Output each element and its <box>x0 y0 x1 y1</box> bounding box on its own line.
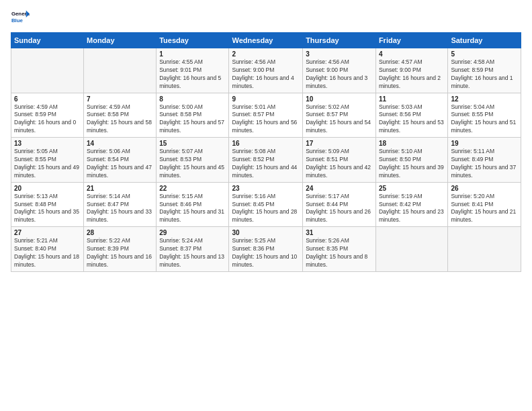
calendar-cell: 29Sunrise: 5:24 AM Sunset: 8:37 PM Dayli… <box>157 227 229 272</box>
day-number: 4 <box>379 50 445 58</box>
calendar-cell <box>84 48 157 93</box>
calendar-cell: 2Sunrise: 4:56 AM Sunset: 9:00 PM Daylig… <box>229 48 303 93</box>
calendar-week-row: 6Sunrise: 4:59 AM Sunset: 8:59 PM Daylig… <box>11 93 521 138</box>
day-number: 16 <box>232 140 300 147</box>
calendar-week-row: 13Sunrise: 5:05 AM Sunset: 8:55 PM Dayli… <box>11 138 521 183</box>
day-info: Sunrise: 5:07 AM Sunset: 8:53 PM Dayligh… <box>159 148 226 180</box>
weekday-header: Thursday <box>303 33 376 48</box>
calendar-cell: 30Sunrise: 5:25 AM Sunset: 8:36 PM Dayli… <box>229 227 303 272</box>
calendar-week-row: 1Sunrise: 4:55 AM Sunset: 9:01 PM Daylig… <box>11 48 521 93</box>
day-number: 25 <box>379 185 445 192</box>
day-info: Sunrise: 5:02 AM Sunset: 8:57 PM Dayligh… <box>306 103 373 136</box>
calendar-cell: 24Sunrise: 5:17 AM Sunset: 8:44 PM Dayli… <box>303 182 376 227</box>
weekday-header: Monday <box>84 33 157 48</box>
calendar-cell: 26Sunrise: 5:20 AM Sunset: 8:41 PM Dayli… <box>448 182 521 227</box>
logo-icon: General Blue <box>11 8 30 27</box>
day-info: Sunrise: 4:58 AM Sunset: 8:59 PM Dayligh… <box>451 58 518 91</box>
day-info: Sunrise: 5:08 AM Sunset: 8:52 PM Dayligh… <box>232 148 300 180</box>
day-number: 26 <box>451 185 518 192</box>
day-number: 2 <box>232 50 300 58</box>
calendar-cell: 19Sunrise: 5:11 AM Sunset: 8:49 PM Dayli… <box>448 138 521 183</box>
day-number: 3 <box>306 50 373 58</box>
day-info: Sunrise: 5:11 AM Sunset: 8:49 PM Dayligh… <box>451 148 518 180</box>
svg-text:Blue: Blue <box>11 17 24 24</box>
calendar-cell: 31Sunrise: 5:26 AM Sunset: 8:35 PM Dayli… <box>303 227 376 272</box>
day-info: Sunrise: 5:26 AM Sunset: 8:35 PM Dayligh… <box>306 237 373 269</box>
day-info: Sunrise: 5:03 AM Sunset: 8:56 PM Dayligh… <box>379 103 445 136</box>
calendar-table: SundayMondayTuesdayWednesdayThursdayFrid… <box>11 32 521 272</box>
day-info: Sunrise: 5:17 AM Sunset: 8:44 PM Dayligh… <box>306 193 373 225</box>
header: General Blue <box>11 8 521 27</box>
day-number: 31 <box>306 229 373 236</box>
day-info: Sunrise: 4:56 AM Sunset: 9:00 PM Dayligh… <box>232 58 300 91</box>
calendar-cell <box>375 227 447 272</box>
day-info: Sunrise: 5:04 AM Sunset: 8:55 PM Dayligh… <box>451 103 518 136</box>
calendar-cell: 12Sunrise: 5:04 AM Sunset: 8:55 PM Dayli… <box>448 93 521 138</box>
day-number: 11 <box>379 95 445 103</box>
day-number: 17 <box>306 140 373 147</box>
day-info: Sunrise: 5:16 AM Sunset: 8:45 PM Dayligh… <box>232 193 300 225</box>
day-number: 6 <box>14 95 81 103</box>
day-number: 23 <box>232 185 300 192</box>
day-info: Sunrise: 4:59 AM Sunset: 8:59 PM Dayligh… <box>14 103 81 136</box>
day-info: Sunrise: 4:55 AM Sunset: 9:01 PM Dayligh… <box>159 58 226 91</box>
calendar-cell: 4Sunrise: 4:57 AM Sunset: 9:00 PM Daylig… <box>375 48 447 93</box>
day-info: Sunrise: 5:14 AM Sunset: 8:47 PM Dayligh… <box>87 193 153 225</box>
day-info: Sunrise: 5:05 AM Sunset: 8:55 PM Dayligh… <box>14 148 81 180</box>
calendar-cell: 9Sunrise: 5:01 AM Sunset: 8:57 PM Daylig… <box>229 93 303 138</box>
calendar-cell: 28Sunrise: 5:22 AM Sunset: 8:39 PM Dayli… <box>84 227 157 272</box>
day-number: 7 <box>87 95 153 103</box>
day-number: 30 <box>232 229 300 236</box>
day-number: 21 <box>87 185 153 192</box>
weekday-header: Sunday <box>11 33 84 48</box>
calendar-cell: 6Sunrise: 4:59 AM Sunset: 8:59 PM Daylig… <box>11 93 84 138</box>
weekday-header: Wednesday <box>229 33 303 48</box>
day-number: 29 <box>159 229 226 236</box>
day-info: Sunrise: 5:09 AM Sunset: 8:51 PM Dayligh… <box>306 148 373 180</box>
day-number: 28 <box>87 229 153 236</box>
day-info: Sunrise: 4:59 AM Sunset: 8:58 PM Dayligh… <box>87 103 153 136</box>
calendar-cell: 14Sunrise: 5:06 AM Sunset: 8:54 PM Dayli… <box>84 138 157 183</box>
calendar-cell: 22Sunrise: 5:15 AM Sunset: 8:46 PM Dayli… <box>157 182 229 227</box>
day-info: Sunrise: 5:19 AM Sunset: 8:42 PM Dayligh… <box>379 193 445 225</box>
day-number: 20 <box>14 185 81 192</box>
day-info: Sunrise: 5:06 AM Sunset: 8:54 PM Dayligh… <box>87 148 153 180</box>
day-info: Sunrise: 5:25 AM Sunset: 8:36 PM Dayligh… <box>232 237 300 269</box>
calendar-cell: 5Sunrise: 4:58 AM Sunset: 8:59 PM Daylig… <box>448 48 521 93</box>
calendar-week-row: 27Sunrise: 5:21 AM Sunset: 8:40 PM Dayli… <box>11 227 521 272</box>
calendar-cell: 1Sunrise: 4:55 AM Sunset: 9:01 PM Daylig… <box>157 48 229 93</box>
calendar-cell: 13Sunrise: 5:05 AM Sunset: 8:55 PM Dayli… <box>11 138 84 183</box>
day-number: 12 <box>451 95 518 103</box>
calendar-cell: 8Sunrise: 5:00 AM Sunset: 8:58 PM Daylig… <box>157 93 229 138</box>
day-info: Sunrise: 4:57 AM Sunset: 9:00 PM Dayligh… <box>379 58 445 91</box>
day-number: 18 <box>379 140 445 147</box>
day-number: 13 <box>14 140 81 147</box>
calendar-cell <box>448 227 521 272</box>
day-info: Sunrise: 5:15 AM Sunset: 8:46 PM Dayligh… <box>159 193 226 225</box>
day-number: 22 <box>159 185 226 192</box>
weekday-header: Tuesday <box>157 33 229 48</box>
day-number: 14 <box>87 140 153 147</box>
day-number: 27 <box>14 229 81 236</box>
calendar-cell: 21Sunrise: 5:14 AM Sunset: 8:47 PM Dayli… <box>84 182 157 227</box>
day-number: 10 <box>306 95 373 103</box>
day-info: Sunrise: 5:22 AM Sunset: 8:39 PM Dayligh… <box>87 237 153 269</box>
calendar-cell: 3Sunrise: 4:56 AM Sunset: 9:00 PM Daylig… <box>303 48 376 93</box>
day-number: 8 <box>159 95 226 103</box>
calendar-cell: 23Sunrise: 5:16 AM Sunset: 8:45 PM Dayli… <box>229 182 303 227</box>
logo: General Blue <box>11 8 30 27</box>
day-info: Sunrise: 5:00 AM Sunset: 8:58 PM Dayligh… <box>159 103 226 136</box>
calendar-cell: 15Sunrise: 5:07 AM Sunset: 8:53 PM Dayli… <box>157 138 229 183</box>
page: General Blue SundayMondayTuesdayWednesda… <box>0 0 532 411</box>
weekday-header: Friday <box>375 33 447 48</box>
day-info: Sunrise: 5:01 AM Sunset: 8:57 PM Dayligh… <box>232 103 300 136</box>
calendar-cell: 7Sunrise: 4:59 AM Sunset: 8:58 PM Daylig… <box>84 93 157 138</box>
day-info: Sunrise: 5:10 AM Sunset: 8:50 PM Dayligh… <box>379 148 445 180</box>
day-info: Sunrise: 5:20 AM Sunset: 8:41 PM Dayligh… <box>451 193 518 225</box>
weekday-header: Saturday <box>448 33 521 48</box>
calendar-cell: 18Sunrise: 5:10 AM Sunset: 8:50 PM Dayli… <box>375 138 447 183</box>
day-info: Sunrise: 5:24 AM Sunset: 8:37 PM Dayligh… <box>159 237 226 269</box>
calendar-cell: 10Sunrise: 5:02 AM Sunset: 8:57 PM Dayli… <box>303 93 376 138</box>
calendar-cell: 11Sunrise: 5:03 AM Sunset: 8:56 PM Dayli… <box>375 93 447 138</box>
calendar-cell: 20Sunrise: 5:13 AM Sunset: 8:48 PM Dayli… <box>11 182 84 227</box>
